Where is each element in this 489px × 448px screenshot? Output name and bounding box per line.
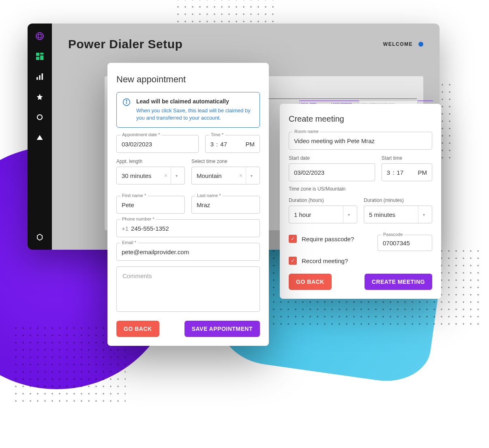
passcode-input[interactable]: 07007345 [377,235,432,251]
duration-hours-select[interactable]: 1 hour ▾ [289,206,357,223]
svg-rect-6 [36,57,39,60]
save-appointment-button[interactable]: SAVE APPOINTMENT [184,321,260,337]
circle-icon[interactable] [35,113,44,122]
chevron-down-icon: ▾ [246,167,257,184]
duration-minutes-select[interactable]: 5 minutes ▾ [364,206,432,223]
create-meeting-button[interactable]: CREATE MEETING [365,274,432,290]
appointment-time-input[interactable]: 3:47PM [205,135,260,153]
phone-input[interactable]: +1 245-555-1352 [116,219,260,237]
svg-rect-3 [36,53,39,56]
clear-icon[interactable]: × [236,172,246,179]
go-back-button[interactable]: GO BACK [289,274,332,290]
dashboard-icon[interactable] [35,52,44,61]
stats-icon[interactable] [35,72,44,81]
modal-title: Create meeting [289,114,432,124]
modal-title: New appointment [116,74,260,85]
last-name-input[interactable]: Mraz [191,196,260,214]
info-icon [122,98,131,106]
welcome-label: WELCOME [383,41,423,47]
svg-rect-4 [40,53,43,55]
svg-point-13 [126,100,127,101]
start-time-input[interactable]: 3:17PM [382,163,432,181]
require-passcode-checkbox[interactable]: ✓ [289,235,297,243]
svg-point-2 [38,32,41,40]
record-meeting-checkbox[interactable]: ✓ [289,257,297,265]
info-body: When you click Save, this lead will be c… [136,107,254,122]
appt-length-select[interactable]: 30 minutes × ▾ [116,167,185,184]
page-title: Power Dialer Setup [68,37,423,51]
first-name-input[interactable]: Pete [116,196,185,214]
svg-point-10 [37,115,42,120]
chevron-down-icon: ▾ [343,206,354,223]
logo-icon[interactable] [35,32,44,41]
clear-icon[interactable]: × [161,172,171,179]
new-appointment-modal: New appointment Lead will be claimed aut… [107,63,269,346]
sidebar [28,24,52,250]
comments-textarea[interactable]: Comments [116,266,260,312]
triangle-icon[interactable] [35,133,44,142]
svg-rect-8 [39,75,40,80]
svg-point-1 [36,34,43,37]
svg-rect-5 [40,56,43,60]
star-icon[interactable] [35,92,44,101]
appointment-date-input[interactable]: 03/02/2023 [116,135,199,153]
timezone-select[interactable]: Mountain × ▾ [191,167,260,184]
room-name-input[interactable]: Video meeting with Pete Mraz [289,132,432,150]
timezone-hint: Time zone is US/Mountain [289,186,432,192]
svg-point-0 [36,32,43,40]
chevron-down-icon: ▾ [171,167,182,184]
info-title: Lead will be claimed automatically [136,98,254,105]
start-date-input[interactable]: 03/02/2023 [289,163,375,181]
create-meeting-modal: Create meeting Room name Video meeting w… [280,104,441,299]
svg-rect-9 [42,73,43,80]
chevron-down-icon: ▾ [418,206,429,223]
go-back-button[interactable]: GO BACK [116,321,159,337]
email-input[interactable]: pete@emailprovider.com [116,243,260,261]
info-callout: Lead will be claimed automatically When … [116,92,260,128]
hex-icon[interactable] [35,233,44,242]
require-passcode-label: Require passcode? [302,236,354,242]
status-dot-icon [418,42,423,47]
record-meeting-label: Record meeting? [302,257,348,264]
svg-rect-7 [36,77,38,80]
